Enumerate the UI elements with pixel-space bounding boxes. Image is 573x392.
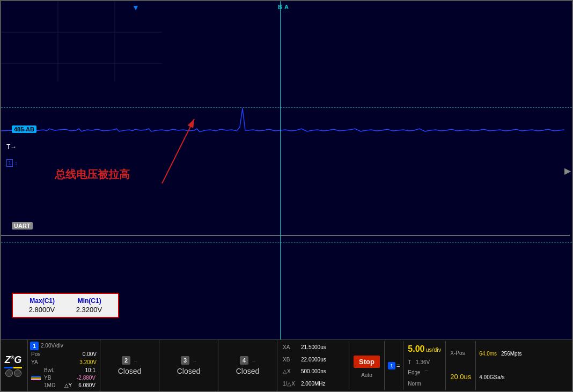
mem2-row: 4.00GSa/s [479, 374, 521, 380]
logo: Z®G [5, 354, 22, 366]
time-div-panel: 5.00 us/div T 1.36V Edge ⌒ Norm [403, 341, 446, 390]
meas-col2-header: Min(C1) [78, 297, 101, 305]
closed-3-text: Closed [177, 367, 201, 375]
time-main-value: 5.00 [408, 344, 424, 354]
ch1-yb-label: YB [44, 375, 51, 381]
status-bar: Z®G 1 2.00V/div Pos [1, 340, 572, 391]
time-unit: us/div [425, 346, 441, 353]
xb-row: XB 22.0000us [283, 357, 346, 363]
closed-4-text: Closed [236, 367, 260, 375]
logo-area: Z®G [1, 340, 28, 391]
dx-row: △X 500.000ns [283, 368, 346, 374]
xpos-panel: X-Pos 20.0us [446, 341, 475, 390]
xb-label: XB [283, 357, 298, 363]
ch1-dy-label: △Y [64, 382, 72, 388]
ch1-ground-marker: 1 ↕ [6, 159, 17, 167]
annotation-text: 总线电压被拉高 [55, 167, 130, 182]
ch1-pos-label: Pos [31, 351, 40, 357]
stop-button[interactable]: Stop [354, 356, 380, 368]
xb-value: 22.0000us [301, 357, 326, 363]
ch2-label-tag: UART [12, 222, 33, 230]
xpos-label: X-Pos [450, 350, 471, 356]
ch1-divs: 2.00V/div [41, 343, 63, 349]
edge-label: Edge [408, 369, 420, 375]
ch1-eq-panel: 1 = [384, 341, 403, 390]
oscilloscope-frame: B A ▼ T→ 1 ↕ 485-AB UART 总线电压被拉高 [0, 0, 573, 392]
ch1-ya-row: YA 3.200V [30, 359, 98, 366]
cursor-a-marker: A [284, 3, 289, 11]
t-trigger-value: 1.36V [416, 359, 430, 365]
ch1-panel: 1 2.00V/div Pos 0.00V YA 3.200V BwL [28, 340, 100, 391]
closed-panel-3: 3 -- Closed [159, 340, 218, 391]
mem-panel: 64.0ms 256Mpts 4.00GSa/s [475, 341, 525, 390]
ch1-badge: 1 [30, 342, 39, 350]
trigger-marker: ▼ [132, 3, 139, 12]
cursor-b-marker: B [278, 3, 282, 11]
ch1-yb-value: -2.880V [77, 375, 96, 381]
xa-label: XA [283, 344, 298, 350]
xa-value: 21.5000us [301, 344, 326, 350]
onedx-row: 1/△X 2.000MHz [283, 381, 346, 387]
dx-label: △X [283, 368, 298, 374]
ch1-bwl-label: BwL [44, 367, 54, 373]
ch1-pos-value: 0.00V [83, 351, 97, 357]
cursor-b-line [280, 1, 281, 339]
meas-col1-value: 2.8000V [29, 306, 55, 314]
mem1-row: 64.0ms 256Mpts [479, 351, 521, 357]
ch1-bwl-row: BwL 10:1 [43, 367, 97, 374]
ch1-yb-row: YB -2.880V [43, 374, 97, 381]
mem2-value: 4.00GSa/s [479, 374, 504, 380]
ch1-pos-row: Pos 0.00V [30, 351, 98, 358]
closed-panel-4: 4 -- Closed [218, 340, 277, 391]
ch1-eq-symbol: = [396, 363, 400, 369]
onedx-value: 2.000MHz [301, 381, 326, 387]
ch1-ya-value: 3.200V [79, 359, 97, 365]
ch1-1mom-label: 1MΩ [44, 382, 55, 388]
ch1-ya-label: YA [31, 359, 38, 365]
xpos-value: 20.0us [450, 373, 471, 381]
ch1-eq-badge: 1 [388, 362, 395, 369]
mem1-label: 64.0ms [479, 351, 497, 357]
closed-4-num: 4 -- [240, 356, 255, 365]
t-trigger-label: T [408, 359, 411, 365]
scope-display: B A ▼ T→ 1 ↕ 485-AB UART 总线电压被拉高 [1, 1, 572, 340]
onedx-label: 1/△X [283, 381, 298, 387]
xy-panel: XA 21.5000us XB 22.0000us △X 500.000ns 1… [280, 341, 349, 390]
mem1-value: 256Mpts [501, 351, 521, 357]
right-scroll-arrow[interactable]: ▶ [564, 165, 571, 175]
norm-label: Norm [408, 381, 421, 387]
xa-row: XA 21.5000us [283, 344, 346, 350]
ch1-dy-row: 1MΩ △Y 6.080V [43, 382, 97, 389]
measurement-box: Max(C1) Min(C1) 2.8000V 2.3200V [12, 293, 119, 318]
ch1-num-row: 1 2.00V/div [30, 342, 98, 350]
right-info-panel: XA 21.5000us XB 22.0000us △X 500.000ns 1… [277, 340, 572, 391]
ch1-label-tag: 485-AB [12, 125, 36, 133]
t-indicator: T→ [6, 143, 17, 151]
stop-area: Stop Auto [349, 341, 384, 390]
meas-col2-value: 2.3200V [76, 306, 102, 314]
closed-3-num: 3 -- [181, 356, 196, 365]
dx-value: 500.000ns [301, 368, 326, 374]
closed-panel-2: 2 -- Closed [100, 340, 159, 391]
closed-2-num: 2 -- [122, 356, 137, 365]
ch1-dy-value: 6.080V [78, 382, 96, 388]
ch1-stack-icon [31, 376, 41, 380]
meas-col1-header: Max(C1) [30, 297, 55, 305]
ch1-bwl-value: 10:1 [85, 367, 96, 373]
closed-2-text: Closed [118, 367, 142, 375]
auto-label: Auto [361, 372, 372, 378]
